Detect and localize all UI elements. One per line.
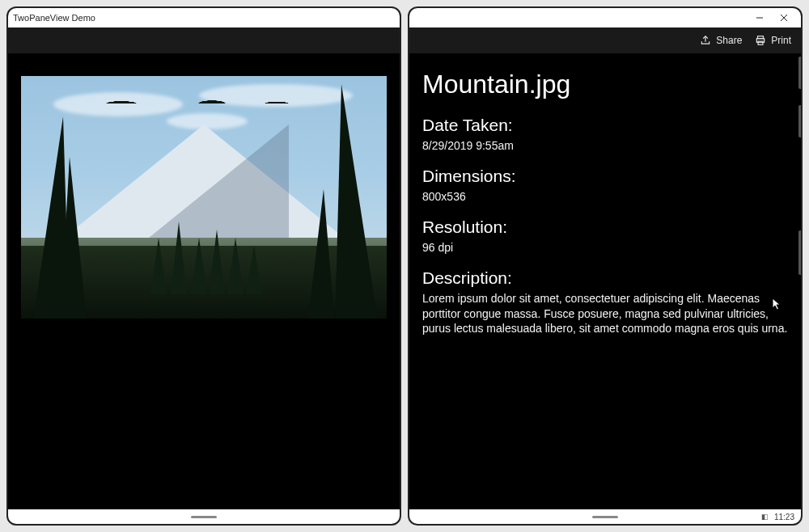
print-button[interactable]: Print: [755, 35, 791, 46]
edge-tab: [798, 230, 803, 275]
dimensions-label: Dimensions:: [422, 167, 788, 186]
drag-handle-icon[interactable]: [191, 516, 217, 518]
right-taskbar[interactable]: ◧ 11:23: [409, 509, 801, 524]
field-description: Description: Lorem ipsum dolor sit amet,…: [422, 268, 788, 337]
field-date: Date Taken: 8/29/2019 9:55am: [422, 116, 788, 154]
field-resolution: Resolution: 96 dpi: [422, 217, 788, 255]
field-dimensions: Dimensions: 800x536: [422, 167, 788, 205]
dimensions-value: 800x536: [422, 189, 788, 205]
drag-handle-icon[interactable]: [592, 516, 618, 518]
minimize-button[interactable]: [748, 10, 772, 26]
share-label: Share: [716, 35, 742, 46]
window-title: TwoPaneView Demo: [13, 13, 95, 23]
left-pane: TwoPaneView Demo: [6, 6, 401, 526]
left-taskbar[interactable]: [8, 509, 400, 524]
resolution-label: Resolution:: [422, 217, 788, 237]
file-title: Mountain.jpg: [422, 70, 788, 99]
left-titlebar: TwoPaneView Demo: [8, 8, 400, 27]
print-icon: [755, 35, 766, 46]
dual-pane-surface: TwoPaneView Demo: [6, 6, 803, 526]
date-value: 8/29/2019 9:55am: [422, 138, 788, 154]
details-panel: Mountain.jpg Date Taken: 8/29/2019 9:55a…: [409, 53, 801, 509]
taskbar-clock: 11:23: [774, 513, 794, 521]
edge-tab: [798, 57, 803, 89]
resolution-value: 96 dpi: [422, 240, 788, 255]
right-pane: Share Print Mountain.jpg Date Taken: 8/2…: [408, 6, 803, 526]
close-button[interactable]: [772, 10, 796, 26]
edge-tab: [798, 105, 803, 137]
mountain-photo: [21, 76, 387, 319]
right-toolbar: Share Print: [409, 27, 801, 53]
tray-icon[interactable]: ◧: [761, 513, 769, 521]
share-icon: [700, 35, 711, 46]
share-button[interactable]: Share: [700, 35, 742, 46]
description-value: Lorem ipsum dolor sit amet, consectetuer…: [422, 291, 788, 337]
image-viewport: [8, 53, 400, 509]
left-toolbar-empty: [8, 27, 400, 53]
right-titlebar: [409, 8, 801, 27]
description-label: Description:: [422, 268, 788, 288]
print-label: Print: [771, 35, 791, 46]
date-label: Date Taken:: [422, 116, 788, 135]
